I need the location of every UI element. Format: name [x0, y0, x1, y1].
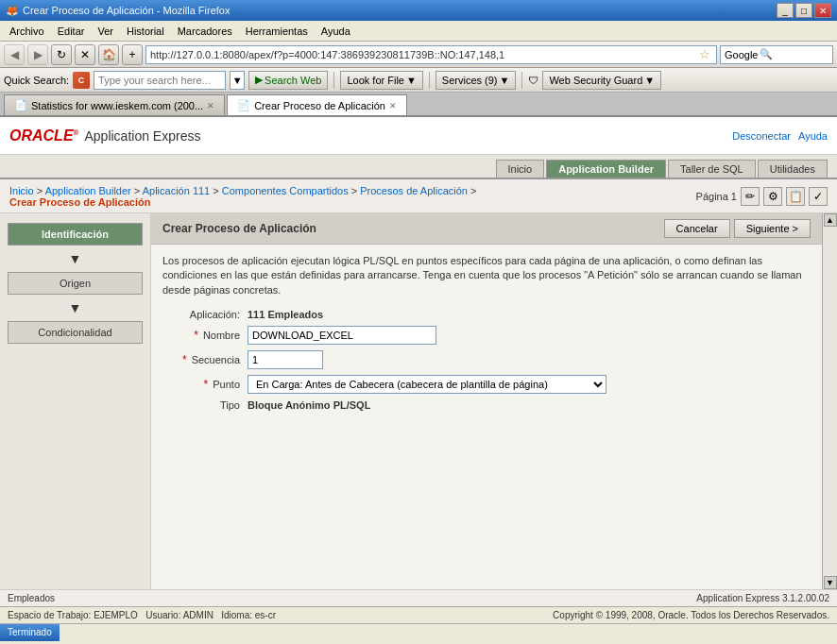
sidebar-condicionalidad[interactable]: Condicionalidad [8, 321, 143, 344]
browser-tabs-bar: 📄 Statistics for www.ieskem.com (200... … [0, 93, 837, 117]
maximize-button[interactable]: □ [795, 3, 812, 18]
copy-icon-btn[interactable]: 📋 [786, 187, 805, 206]
point-label: * Punto [162, 378, 248, 391]
back-button[interactable]: ◀ [4, 44, 25, 65]
sidebar-identificacion[interactable]: Identificación [8, 223, 143, 246]
menu-archivo[interactable]: Archivo [4, 24, 50, 39]
new-tab-button[interactable]: + [122, 44, 143, 65]
point-select-wrapper: En Carga: Antes de Cabecera (cabecera de… [248, 375, 606, 394]
ayuda-link[interactable]: Ayuda [798, 130, 828, 142]
tab-favicon-1: 📄 [14, 99, 27, 111]
seq-required-star: * [182, 353, 187, 366]
reload-button[interactable]: ↻ [51, 44, 72, 65]
navbar: ◀ ▶ ↻ ✕ 🏠 + http://127.0.0.1:8080/apex/f… [0, 42, 837, 68]
oracle-registered: ® [74, 127, 79, 136]
seq-label: * Secuencia [162, 353, 248, 366]
oracle-text: ORACLE® [9, 127, 78, 144]
bookmark-star-icon[interactable]: ☆ [699, 47, 710, 61]
breadcrumb-current: Crear Proceso de Aplicación [9, 196, 150, 208]
breadcrumb-aplicacion[interactable]: Aplicación 111 [143, 185, 211, 196]
stop-button[interactable]: ✕ [75, 44, 95, 65]
quicksearch-label: Quick Search: [4, 75, 69, 86]
minimize-button[interactable]: _ [777, 3, 794, 18]
tab-utilidades[interactable]: Utilidades [758, 160, 828, 178]
breadcrumb-application-builder[interactable]: Application Builder [45, 185, 131, 196]
breadcrumb-componentes[interactable]: Componentes Compartidos [222, 185, 349, 196]
search-icon: 🔍 [760, 48, 773, 60]
name-input[interactable] [248, 326, 436, 345]
footer-right: Application Express 3.1.2.00.02 [696, 593, 829, 603]
breadcrumb-procesos[interactable]: Procesos de Aplicación [360, 185, 468, 196]
type-label: Tipo [162, 399, 248, 411]
check-icon-btn[interactable]: ✓ [809, 187, 828, 206]
next-button[interactable]: Siguiente > [734, 219, 811, 238]
sidebar-origen[interactable]: Origen [8, 272, 143, 295]
menu-historial[interactable]: Historial [121, 24, 170, 39]
services-button[interactable]: Services (9) ▼ [436, 71, 517, 90]
content-body: Los procesos de aplicación ejecutan lógi… [151, 245, 822, 426]
apex-nav-tabs: Inicio Application Builder Taller de SQL… [0, 155, 837, 179]
close-button[interactable]: ✕ [814, 3, 831, 18]
status-ready: Terminado [0, 624, 60, 641]
oracle-logo: ORACLE® Application Express [9, 127, 200, 144]
apex-title: Application Express [84, 128, 200, 144]
home-button[interactable]: 🏠 [98, 44, 119, 65]
tab-inicio[interactable]: Inicio [496, 160, 545, 178]
menu-marcadores[interactable]: Marcadores [172, 24, 238, 39]
menu-ayuda[interactable]: Ayuda [316, 24, 356, 39]
name-label: * Nombre [162, 329, 248, 342]
sidebar-arrow-2: ▼ [8, 298, 143, 317]
cancel-button[interactable]: Cancelar [664, 219, 730, 238]
breadcrumb-inicio[interactable]: Inicio [9, 185, 34, 196]
settings-icon-btn[interactable]: ⚙ [763, 187, 782, 206]
tab-close-crear-proceso[interactable]: ✕ [389, 101, 397, 110]
point-select[interactable]: En Carga: Antes de Cabecera (cabecera de… [248, 375, 606, 394]
tab-close-statistics[interactable]: ✕ [207, 101, 214, 110]
apex-links: Desconectar Ayuda [732, 130, 828, 142]
scroll-down-button[interactable]: ▼ [824, 576, 837, 589]
breadcrumb: Inicio > Application Builder > Aplicació… [9, 185, 476, 208]
address-bar[interactable]: http://127.0.0.1:8080/apex/f?p=4000:147:… [145, 45, 717, 64]
seq-input[interactable] [248, 350, 323, 369]
quicksearch-dropdown[interactable]: ▼ [230, 71, 245, 90]
search-engine-box[interactable]: Google 🔍 [720, 45, 833, 64]
menu-herramientas[interactable]: Herramientas [240, 24, 314, 39]
search-web-button[interactable]: ▶ Search Web [248, 71, 328, 90]
seq-row: * Secuencia [162, 350, 811, 369]
main-content: Identificación ▼ Origen ▼ Condicionalida… [0, 213, 837, 589]
edit-icon-btn[interactable]: ✏ [741, 187, 760, 206]
tab-taller-sql[interactable]: Taller de SQL [668, 160, 756, 178]
tab-statistics[interactable]: 📄 Statistics for www.ieskem.com (200... … [4, 94, 225, 115]
shield-icon: 🛡 [528, 75, 538, 86]
content-title: Crear Proceso de Aplicación [162, 222, 316, 235]
type-row: Tipo Bloque Anónimo PL/SQL [162, 399, 811, 411]
look-for-file-button[interactable]: Look for File ▼ [340, 71, 422, 90]
footer-left: Empleados [8, 593, 55, 603]
description-text: Los procesos de aplicación ejecutan lógi… [162, 254, 811, 297]
tab-application-builder[interactable]: Application Builder [546, 160, 666, 178]
quicksearch-input[interactable] [94, 71, 226, 90]
forward-button[interactable]: ▶ [27, 44, 48, 65]
name-required-star: * [194, 329, 198, 342]
web-security-guard-button[interactable]: Web Security Guard ▼ [542, 71, 661, 90]
breadcrumb-bar: Inicio > Application Builder > Aplicació… [0, 179, 837, 213]
app-row: Aplicación: 111 Empleados [162, 309, 811, 320]
separator-3 [521, 72, 522, 89]
separator-1 [333, 72, 334, 89]
desconectar-link[interactable]: Desconectar [732, 130, 791, 142]
apex-footer-bottom: Espacio de Trabajo: EJEMPLO Usuario: ADM… [0, 606, 837, 623]
scroll-up-button[interactable]: ▲ [824, 213, 837, 227]
tab-crear-proceso[interactable]: 📄 Crear Proceso de Aplicación ✕ [227, 94, 407, 115]
menu-ver[interactable]: Ver [92, 24, 119, 39]
separator-2 [429, 72, 430, 89]
google-label: Google [725, 49, 758, 60]
point-required-star: * [204, 378, 209, 391]
menu-editar[interactable]: Editar [52, 24, 91, 39]
address-text: http://127.0.0.1:8080/apex/f?p=4000:147:… [150, 49, 697, 60]
right-scrollbar[interactable]: ▲ ▼ [822, 213, 837, 589]
quicksearch-bar: Quick Search: C ▼ ▶ Search Web Look for … [0, 68, 837, 93]
browser-statusbar: Terminado [0, 623, 837, 640]
point-row: * Punto En Carga: Antes de Cabecera (cab… [162, 375, 811, 394]
footer-copyright: Copyright © 1999, 2008, Oracle. Todos lo… [553, 610, 829, 620]
type-value: Bloque Anónimo PL/SQL [248, 399, 370, 411]
